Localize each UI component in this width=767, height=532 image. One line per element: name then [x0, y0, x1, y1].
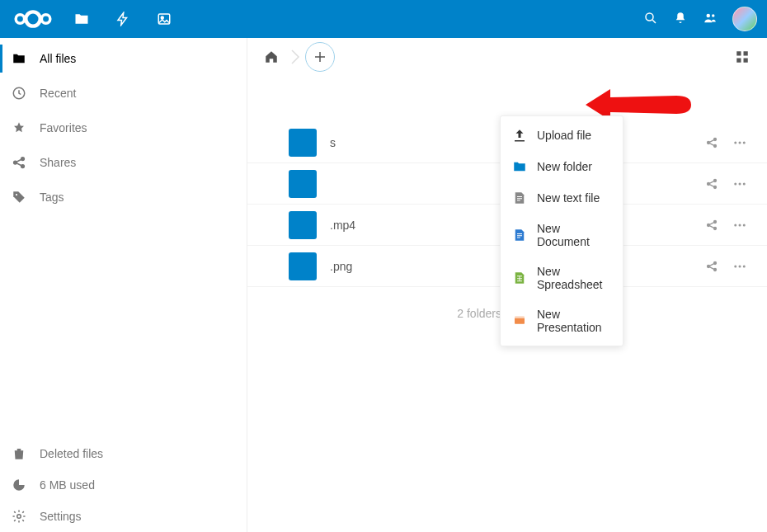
- sidebar-item-favorites[interactable]: Favorites: [0, 111, 247, 145]
- sidebar-deleted-files[interactable]: Deleted files: [0, 438, 247, 469]
- sidebar-item-tags[interactable]: Tags: [0, 180, 247, 214]
- sidebar-item-label: Deleted files: [40, 447, 103, 460]
- svg-point-32: [708, 224, 710, 226]
- breadcrumb-home[interactable]: [257, 43, 285, 71]
- sidebar-item-label: Tags: [40, 191, 64, 204]
- svg-point-7: [712, 14, 714, 16]
- contacts-button[interactable]: [703, 11, 718, 28]
- svg-point-29: [734, 182, 736, 185]
- sidebar-item-label: All files: [40, 52, 76, 65]
- new-button[interactable]: [305, 42, 335, 72]
- menu-new-document[interactable]: New Document: [501, 214, 623, 257]
- svg-rect-17: [744, 59, 748, 63]
- sidebar-item-label: Settings: [40, 510, 82, 523]
- sidebar-item-label: Shares: [40, 156, 76, 169]
- menu-item-label: New Presentation: [537, 308, 611, 334]
- svg-point-42: [739, 265, 741, 267]
- share-icon: [705, 219, 718, 232]
- sidebar-item-recent[interactable]: Recent: [0, 76, 247, 111]
- plus-icon: [313, 49, 327, 64]
- more-icon: [732, 177, 747, 191]
- share-button[interactable]: [698, 211, 726, 239]
- svg-point-26: [708, 182, 710, 185]
- quota-text: 6 MB used: [40, 478, 95, 492]
- svg-point-35: [734, 224, 736, 226]
- more-button[interactable]: [726, 211, 754, 239]
- svg-point-2: [41, 15, 49, 23]
- svg-point-36: [739, 224, 741, 226]
- file-thumb: [289, 211, 317, 239]
- svg-point-13: [17, 515, 21, 519]
- menu-new-spreadsheet[interactable]: New Spreadsheet: [501, 257, 623, 299]
- avatar[interactable]: [732, 7, 757, 31]
- more-icon: [732, 135, 747, 150]
- app-activity[interactable]: [102, 0, 144, 38]
- svg-point-24: [739, 141, 741, 144]
- sidebar: All files Recent Favorites Shares Tags D…: [0, 38, 247, 532]
- search-button[interactable]: [643, 11, 658, 28]
- svg-point-33: [714, 220, 717, 223]
- app-files[interactable]: [61, 0, 102, 38]
- folder-icon: [12, 51, 26, 66]
- home-icon: [264, 49, 279, 64]
- notifications-button[interactable]: [673, 11, 688, 28]
- more-button[interactable]: [726, 170, 754, 198]
- text-file-icon: [512, 191, 527, 205]
- file-thumb: [289, 129, 317, 157]
- sidebar-settings[interactable]: Settings: [0, 501, 247, 532]
- upload-icon: [512, 128, 527, 143]
- svg-point-20: [708, 141, 710, 144]
- star-icon: [12, 120, 26, 135]
- share-button[interactable]: [698, 129, 726, 157]
- svg-point-39: [714, 261, 717, 264]
- svg-point-22: [714, 144, 717, 147]
- svg-point-1: [26, 12, 40, 26]
- view-toggle[interactable]: [727, 42, 757, 72]
- svg-point-12: [16, 194, 17, 195]
- logo[interactable]: [10, 8, 61, 30]
- quota-icon: [12, 478, 26, 492]
- clock-icon: [12, 86, 26, 101]
- menu-new-text-file[interactable]: New text file: [501, 182, 623, 214]
- contacts-icon: [703, 11, 718, 26]
- svg-point-34: [714, 227, 717, 229]
- bolt-icon: [115, 12, 130, 26]
- more-button[interactable]: [726, 129, 754, 157]
- share-icon: [705, 136, 718, 149]
- file-thumb: [289, 170, 317, 198]
- share-icon: [705, 177, 718, 191]
- bell-icon: [673, 11, 688, 26]
- sidebar-item-all-files[interactable]: All files: [0, 41, 247, 76]
- more-icon: [732, 259, 747, 274]
- file-thumb: [289, 252, 317, 280]
- more-button[interactable]: [726, 252, 754, 280]
- menu-upload-file[interactable]: Upload file: [501, 120, 623, 151]
- menu-new-folder[interactable]: New folder: [501, 151, 623, 182]
- svg-point-0: [16, 15, 24, 23]
- gear-icon: [12, 509, 26, 524]
- grid-icon: [735, 49, 750, 64]
- folder-icon: [73, 11, 90, 27]
- svg-point-5: [646, 13, 653, 21]
- share-icon: [705, 260, 718, 273]
- svg-point-41: [734, 265, 736, 267]
- app-gallery[interactable]: [144, 0, 185, 38]
- sidebar-item-shares[interactable]: Shares: [0, 145, 247, 180]
- share-button[interactable]: [698, 170, 726, 198]
- share-button[interactable]: [698, 252, 726, 280]
- svg-point-4: [161, 16, 163, 19]
- chevron-right-icon: [290, 47, 300, 67]
- svg-point-27: [714, 179, 717, 181]
- breadcrumb-bar: [247, 38, 767, 76]
- menu-new-presentation[interactable]: New Presentation: [501, 299, 623, 342]
- svg-point-43: [743, 265, 746, 267]
- menu-item-label: New Document: [537, 222, 611, 248]
- svg-rect-19: [515, 317, 525, 318]
- svg-point-23: [734, 141, 736, 144]
- share-icon: [12, 155, 26, 170]
- more-icon: [732, 218, 747, 233]
- top-bar: [0, 0, 767, 38]
- spreadsheet-icon: [512, 271, 527, 285]
- svg-point-37: [743, 224, 746, 226]
- trash-icon: [12, 446, 26, 461]
